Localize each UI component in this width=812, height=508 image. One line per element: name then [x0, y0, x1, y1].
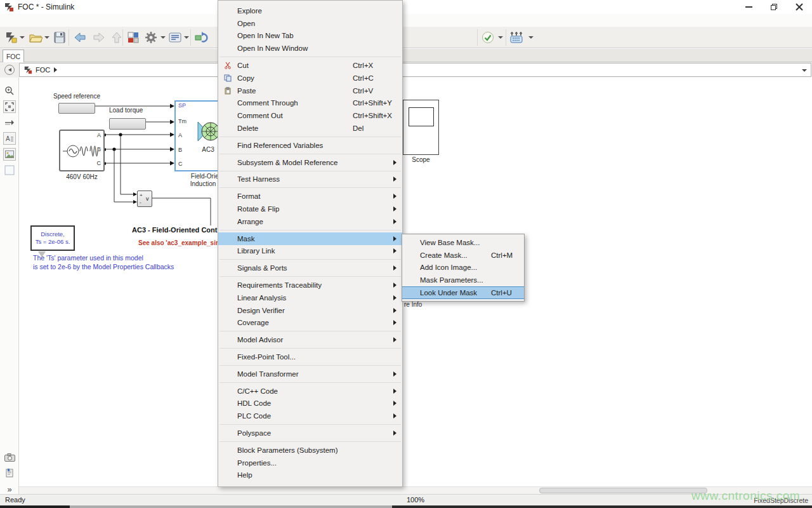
minimize-button[interactable]: [736, 0, 761, 14]
area-icon[interactable]: [3, 164, 16, 177]
menubar-item[interactable]: [18, 19, 28, 22]
context-menu-item[interactable]: Paste Ctrl+V: [218, 84, 402, 97]
image-icon[interactable]: [3, 148, 16, 161]
breadcrumb-back-button[interactable]: [4, 65, 15, 75]
submenu-item[interactable]: Create Mask... Ctrl+M: [402, 249, 524, 262]
context-menu-item[interactable]: Find Referenced Variables: [218, 139, 402, 152]
context-menu-item[interactable]: Comment Out Ctrl+Shift+X: [218, 109, 402, 122]
context-menu-item[interactable]: Mask: [218, 232, 402, 245]
fit-view-icon[interactable]: [3, 100, 16, 113]
context-menu-item[interactable]: Test Harness: [218, 173, 402, 186]
open-dropdown-icon[interactable]: [44, 36, 49, 39]
settings-gear-button[interactable]: [143, 30, 159, 45]
settings-dropdown-icon[interactable]: [160, 36, 166, 39]
context-menu-item[interactable]: Requirements Traceability: [218, 279, 402, 291]
submenu-item[interactable]: Mask Parameters...: [402, 274, 524, 286]
menubar-item[interactable]: [5, 19, 15, 22]
context-menu-item[interactable]: Model Advisor: [218, 333, 402, 346]
update-diagram-button[interactable]: [193, 30, 209, 45]
tab-foc[interactable]: FOC: [3, 50, 24, 62]
scope-block[interactable]: [403, 100, 439, 155]
context-menu-item[interactable]: Rotate & Flip: [218, 203, 402, 215]
model-configuration-button[interactable]: [167, 30, 183, 45]
context-menu-item[interactable]: Fixed-Point Tool...: [218, 351, 402, 363]
context-menu-item[interactable]: Polyspace: [218, 427, 402, 439]
annotation-icon[interactable]: A: [3, 132, 16, 145]
screenshot-icon[interactable]: [3, 451, 16, 464]
context-menu-item[interactable]: Comment Through Ctrl+Shift+Y: [218, 97, 402, 110]
context-menu-item[interactable]: HDL Code: [218, 398, 402, 410]
submenu-item[interactable]: Add Icon Image...: [402, 262, 524, 274]
context-menu-item[interactable]: PLC Code: [218, 410, 402, 422]
context-menu-item[interactable]: Arrange: [218, 215, 402, 228]
load-torque-block[interactable]: [109, 118, 146, 130]
submenu-item[interactable]: Look Under Mask Ctrl+U: [402, 286, 524, 299]
close-button[interactable]: [787, 0, 812, 14]
context-menu-item[interactable]: Block Parameters (Subsystem): [218, 444, 402, 457]
context-menu-item[interactable]: Coverage: [218, 317, 402, 330]
context-menu-item[interactable]: Explore: [218, 4, 402, 17]
submenu-arrow-icon: [393, 401, 402, 406]
submenu-arrow-icon: [393, 236, 402, 241]
menubar-item[interactable]: [56, 19, 66, 22]
context-menu-item[interactable]: Properties...: [218, 457, 402, 469]
breadcrumb-dropdown-icon[interactable]: [802, 69, 807, 72]
submenu-item[interactable]: View Base Mask...: [402, 236, 524, 249]
menu-item-label: Find Referenced Variables: [237, 142, 353, 149]
menubar-item[interactable]: [69, 19, 79, 22]
context-menu-item[interactable]: Open In New Window: [218, 42, 402, 55]
back-button[interactable]: [72, 30, 88, 45]
signal-icon[interactable]: [3, 116, 16, 129]
context-menu-item[interactable]: Model Transformer: [218, 368, 402, 380]
source-port-a: A: [97, 132, 101, 138]
open-button[interactable]: [28, 30, 43, 45]
new-model-button[interactable]: [4, 30, 19, 45]
context-menu-item[interactable]: Delete Del: [218, 122, 402, 135]
submenu-item-label: Mask Parameters...: [420, 276, 491, 284]
discrete-annotation-block[interactable]: Discrete, Ts = 2e-06 s.: [30, 225, 75, 251]
model-configuration-dropdown-icon[interactable]: [184, 36, 189, 39]
expand-icon[interactable]: »: [3, 483, 16, 495]
context-menu-item[interactable]: Design Verifier: [218, 304, 402, 317]
breadcrumb-model-name[interactable]: FOC: [36, 66, 50, 74]
step-settings-button[interactable]: [509, 30, 524, 45]
validate-dropdown-icon[interactable]: [498, 36, 503, 39]
validate-check-button[interactable]: [480, 30, 495, 45]
breadcrumb-row: FOC: [0, 62, 812, 77]
source-label: 460V 60Hz: [59, 173, 105, 180]
context-menu-item[interactable]: Signals & Ports: [218, 262, 402, 274]
context-menu: Explore Open Open In New Tab Open In New…: [218, 0, 403, 487]
context-menu-item[interactable]: C/C++ Code: [218, 385, 402, 398]
library-browser-button[interactable]: [126, 30, 141, 45]
annotation-title: AC3 - Field-Oriented Cont: [132, 226, 217, 234]
forward-button[interactable]: [91, 30, 107, 45]
menubar-item[interactable]: [43, 19, 53, 22]
new-model-dropdown-icon[interactable]: [20, 36, 25, 39]
menu-item-label: Arrange: [237, 218, 353, 225]
save-button[interactable]: [52, 30, 67, 45]
horizontal-scrollbar-thumb[interactable]: [539, 488, 707, 493]
context-menu-item[interactable]: Linear Analysis: [218, 291, 402, 304]
context-menu-item[interactable]: Library Link: [218, 245, 402, 258]
context-menu-item[interactable]: Cut Ctrl+X: [218, 59, 402, 72]
menubar-item[interactable]: [81, 19, 91, 22]
menu-item-icon: [218, 62, 237, 69]
menubar-item[interactable]: [30, 19, 41, 22]
context-menu-item[interactable]: Subsystem & Model Reference: [218, 156, 402, 169]
breadcrumb[interactable]: FOC: [19, 63, 811, 77]
context-menu-item[interactable]: Help: [218, 469, 402, 482]
voltage-measurement-block[interactable]: + - v: [137, 190, 152, 207]
restore-button[interactable]: [761, 0, 787, 14]
menu-item-label: Open In New Window: [237, 44, 353, 52]
context-menu-item[interactable]: Open: [218, 17, 402, 30]
context-menu-item[interactable]: Format: [218, 190, 402, 203]
ac3-port-sp: SP: [178, 102, 186, 109]
zoom-icon[interactable]: [3, 84, 16, 97]
viewmarks-icon[interactable]: [3, 467, 16, 479]
context-menu-item[interactable]: Open In New Tab: [218, 30, 402, 43]
ac3-port-tm: Tm: [178, 118, 187, 124]
context-menu-item[interactable]: Copy Ctrl+C: [218, 72, 402, 84]
step-settings-dropdown-icon[interactable]: [528, 36, 534, 39]
source-block[interactable]: A B C: [59, 130, 105, 171]
speed-reference-block[interactable]: [58, 103, 95, 114]
